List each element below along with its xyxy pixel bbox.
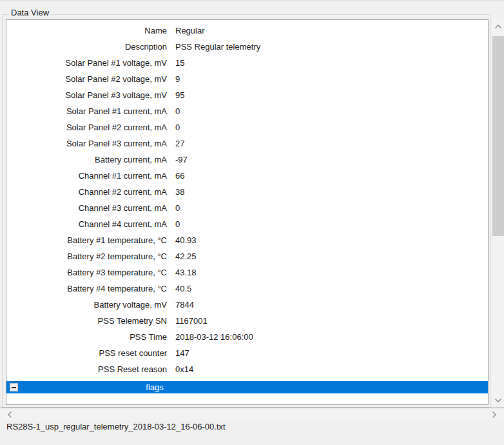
row-label: Solar Panel #2 current, mA: [6, 123, 167, 132]
table-row[interactable]: Battery #2 temperature, °C 42.25: [6, 248, 488, 264]
table-row[interactable]: Battery current, mA -97: [6, 152, 488, 168]
table-row[interactable]: Description PSS Regular telemetry: [6, 39, 488, 55]
table-row[interactable]: Solar Panel #1 current, mA 0: [6, 103, 488, 119]
table-row[interactable]: Solar Panel #2 voltage, mV 9: [6, 71, 488, 87]
row-value: 95: [167, 90, 184, 100]
row-label: Solar Panel #3 voltage, mV: [6, 90, 167, 100]
row-value: 0: [167, 219, 180, 229]
table-row[interactable]: PSS Telemetry SN 1167001: [6, 313, 488, 329]
row-value: 27: [167, 139, 184, 148]
row-value: 42.25: [167, 252, 197, 261]
row-value: 43.18: [167, 268, 197, 277]
row-label: Channel #2 current, mA: [6, 187, 167, 197]
row-value: 0: [167, 106, 180, 116]
telemetry-rows: Name Regular Description PSS Regular tel…: [6, 20, 488, 377]
row-value: 40.93: [167, 235, 197, 245]
row-value: 0: [167, 123, 180, 132]
row-label: Name: [6, 26, 167, 35]
row-value: 0: [167, 203, 180, 213]
row-label: Solar Panel #1 voltage, mV: [6, 58, 167, 68]
vertical-scrollbar[interactable]: [492, 19, 504, 408]
flags-row-label: flags: [6, 382, 303, 392]
data-view-groupbox: Data View Name Regular Description PSS R…: [2, 14, 490, 408]
table-row[interactable]: PSS Reset reason 0x14: [6, 361, 488, 377]
row-value: 40.5: [167, 284, 191, 293]
scroll-right-icon[interactable]: [489, 409, 500, 420]
row-label: PSS Time: [6, 332, 167, 342]
table-row[interactable]: Solar Panel #2 current, mA 0: [6, 119, 488, 135]
row-value: 2018-03-12 16:06:00: [167, 332, 253, 342]
horizontal-scrollbar[interactable]: [0, 408, 504, 420]
scroll-up-icon[interactable]: [492, 21, 504, 32]
table-row[interactable]: Channel #3 current, mA 0: [6, 200, 488, 216]
row-label: PSS reset counter: [6, 348, 167, 358]
data-view-window: Data View Name Regular Description PSS R…: [0, 0, 504, 445]
row-value: 66: [167, 171, 184, 181]
row-label: Battery #3 temperature, °C: [6, 268, 167, 277]
row-label: Channel #1 current, mA: [6, 171, 167, 181]
table-row[interactable]: Battery #4 temperature, °C 40.5: [6, 281, 488, 297]
row-value: 38: [167, 187, 184, 197]
table-row[interactable]: Name Regular: [6, 23, 488, 39]
row-value: 0x14: [167, 364, 193, 374]
scroll-left-icon[interactable]: [4, 409, 15, 420]
row-label: Battery voltage, mV: [6, 300, 167, 310]
row-label: Solar Panel #2 voltage, mV: [6, 74, 167, 84]
row-value: PSS Regular telemetry: [167, 42, 260, 52]
table-row[interactable]: Battery voltage, mV 7844: [6, 297, 488, 313]
table-row[interactable]: Channel #1 current, mA 66: [6, 168, 488, 184]
flags-row[interactable]: flags: [6, 381, 488, 393]
row-label: Channel #4 current, mA: [6, 219, 167, 229]
row-value: 1167001: [167, 316, 208, 326]
table-row[interactable]: Solar Panel #3 current, mA 27: [6, 135, 488, 152]
table-row[interactable]: PSS Time 2018-03-12 16:06:00: [6, 329, 488, 345]
groupbox-title: Data View: [8, 8, 52, 17]
row-value: 9: [167, 74, 180, 84]
row-label: PSS Reset reason: [6, 364, 167, 374]
row-value: 147: [167, 348, 189, 358]
table-row[interactable]: Solar Panel #1 voltage, mV 15: [6, 55, 488, 71]
row-value: 15: [167, 58, 184, 68]
vertical-scrollbar-thumb[interactable]: [492, 36, 504, 236]
table-row[interactable]: Battery #3 temperature, °C 43.18: [6, 264, 488, 281]
table-row[interactable]: Channel #4 current, mA 0: [6, 216, 488, 232]
telemetry-panel: Name Regular Description PSS Regular tel…: [6, 19, 489, 405]
table-row[interactable]: Solar Panel #3 voltage, mV 95: [6, 87, 488, 103]
row-label: Battery current, mA: [6, 155, 167, 164]
table-row[interactable]: Channel #2 current, mA 38: [6, 184, 488, 200]
table-row[interactable]: PSS reset counter 147: [6, 345, 488, 361]
table-row[interactable]: Battery #1 temperature, °C 40.93: [6, 232, 488, 248]
row-label: Channel #3 current, mA: [6, 203, 167, 213]
row-label: PSS Telemetry SN: [6, 316, 167, 326]
row-label: Solar Panel #3 current, mA: [6, 139, 167, 148]
scroll-down-icon[interactable]: [492, 395, 504, 406]
window-top-edge: [0, 0, 504, 1]
row-label: Battery #2 temperature, °C: [6, 252, 167, 261]
row-label: Description: [6, 42, 167, 52]
row-value: -97: [167, 155, 188, 164]
row-value: 7844: [167, 300, 194, 310]
row-label: Battery #1 temperature, °C: [6, 235, 167, 245]
row-label: Battery #4 temperature, °C: [6, 284, 167, 293]
row-value: Regular: [167, 26, 205, 35]
status-filename: RS28S-1_usp_regular_telemetry_2018-03-12…: [6, 422, 226, 431]
row-label: Solar Panel #1 current, mA: [6, 106, 167, 116]
